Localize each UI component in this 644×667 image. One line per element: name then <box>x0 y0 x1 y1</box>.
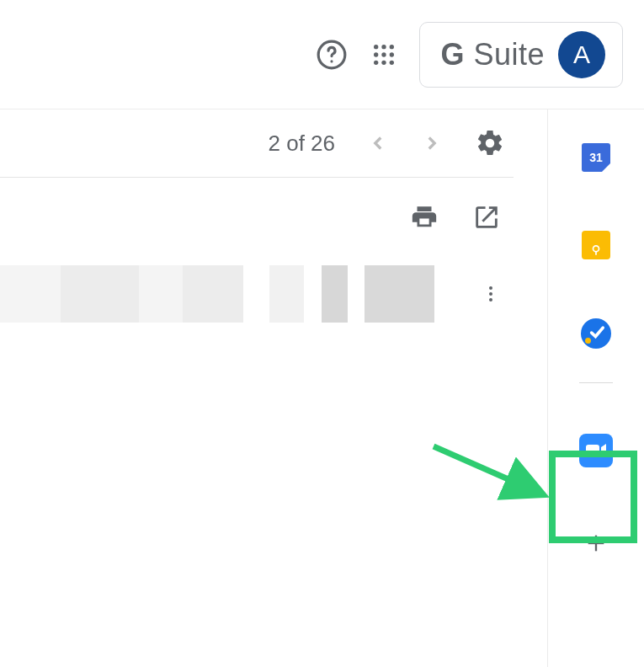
svg-point-11 <box>489 286 492 290</box>
svg-point-1 <box>331 60 333 62</box>
svg-marker-17 <box>601 444 606 457</box>
message-toolbar: 2 of 26 <box>0 109 547 177</box>
content-pane: 2 of 26 <box>0 109 547 667</box>
message-header-row <box>0 265 547 323</box>
keep-icon[interactable] <box>582 231 610 259</box>
svg-point-8 <box>374 60 378 64</box>
gsuite-account-button[interactable]: G Suite A <box>419 22 623 88</box>
main-area: 2 of 26 <box>0 109 644 667</box>
svg-point-7 <box>390 52 394 56</box>
apps-grid-icon[interactable] <box>367 38 401 72</box>
gsuite-label: G Suite <box>440 37 545 72</box>
svg-point-3 <box>382 45 386 49</box>
svg-point-9 <box>382 60 386 64</box>
redacted-content <box>0 265 434 323</box>
kebab-icon[interactable] <box>481 284 501 304</box>
chevron-right-icon[interactable] <box>421 132 443 154</box>
gear-icon[interactable] <box>475 128 505 158</box>
svg-rect-16 <box>586 445 599 456</box>
svg-point-10 <box>390 60 394 64</box>
header-bar: G Suite A <box>0 0 644 109</box>
svg-point-2 <box>374 45 378 49</box>
svg-point-14 <box>593 246 599 252</box>
svg-point-6 <box>382 52 386 56</box>
side-panel: 31 <box>547 109 644 667</box>
print-icon[interactable] <box>410 203 439 232</box>
svg-point-13 <box>489 298 492 301</box>
zoom-icon[interactable] <box>579 434 613 467</box>
side-panel-divider <box>579 382 613 383</box>
tasks-icon[interactable] <box>581 318 611 349</box>
help-icon[interactable] <box>315 38 349 72</box>
svg-point-4 <box>390 45 394 49</box>
svg-point-12 <box>489 292 492 296</box>
svg-point-5 <box>374 52 378 56</box>
pager-text: 2 of 26 <box>268 131 335 157</box>
avatar[interactable]: A <box>558 31 605 78</box>
message-actions <box>0 178 547 248</box>
chevron-left-icon[interactable] <box>367 132 389 154</box>
add-addon-button[interactable] <box>579 526 613 560</box>
open-in-new-icon[interactable] <box>472 203 501 232</box>
calendar-icon[interactable]: 31 <box>582 143 610 172</box>
